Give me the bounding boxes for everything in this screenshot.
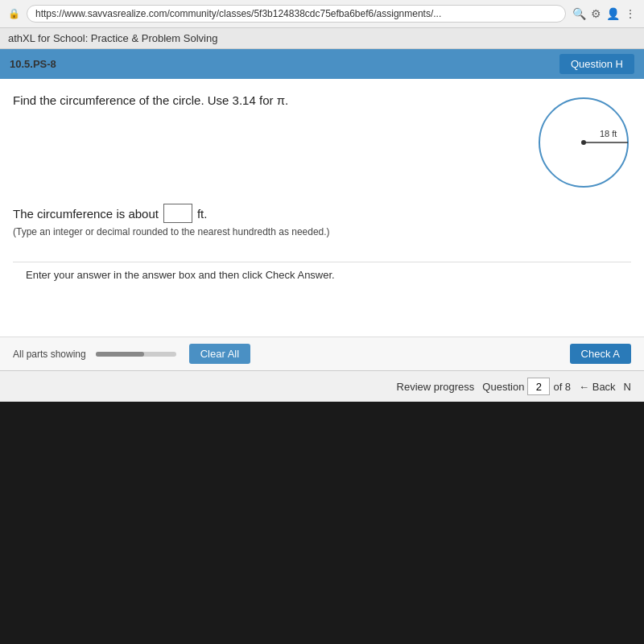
back-button[interactable]: ← Back <box>579 381 616 393</box>
app-title: athXL for School: Practice & Problem Sol… <box>8 32 217 44</box>
question-id: 10.5.PS-8 <box>10 58 56 70</box>
question-header-bar: 10.5.PS-8 Question H <box>0 49 644 79</box>
check-answer-button[interactable]: Check A <box>570 344 631 364</box>
clear-all-button[interactable]: Clear All <box>189 344 250 364</box>
main-content: 10.5.PS-8 Question H Find the circumfere… <box>0 49 644 402</box>
circumference-input[interactable] <box>163 204 192 223</box>
answer-prefix: The circumference is about <box>13 207 159 221</box>
answer-hint: (Type an integer or decimal rounded to t… <box>13 226 631 237</box>
bottom-instruction: Enter your answer in the answer box and … <box>13 269 631 281</box>
all-parts-label: All parts showing <box>13 349 86 360</box>
section-divider <box>13 262 631 262</box>
circle-diagram: 18 ft <box>531 90 636 195</box>
nav-bar: Review progress Question of 8 ← Back N <box>0 370 644 402</box>
review-progress-button[interactable]: Review progress <box>397 381 475 393</box>
answer-line: The circumference is about ft. <box>13 204 631 223</box>
next-label: N <box>624 381 631 393</box>
question-label: Question <box>482 381 524 393</box>
svg-point-2 <box>581 140 586 145</box>
radius-label: 18 ft <box>600 129 617 138</box>
answer-area: The circumference is about ft. (Type an … <box>13 204 631 246</box>
browser-toolbar-icons: 🔍 ⚙ 👤 ⋮ <box>572 7 636 20</box>
more-icon[interactable]: ⋮ <box>625 7 636 20</box>
question-number-input[interactable] <box>527 378 550 395</box>
profile-icon[interactable]: 👤 <box>606 7 620 20</box>
lock-icon: 🔒 <box>8 8 20 19</box>
address-bar[interactable]: https://www.savvasrealize.com/community/… <box>27 5 566 23</box>
controls-bar: All parts showing Clear All Check A <box>0 336 644 370</box>
browser-chrome: 🔒 https://www.savvasrealize.com/communit… <box>0 0 644 28</box>
progress-bar <box>96 352 176 357</box>
circle-svg: 18 ft <box>531 90 636 195</box>
search-icon[interactable]: 🔍 <box>572 7 586 20</box>
dark-background-area <box>0 402 644 579</box>
problem-area: Find the circumference of the circle. Us… <box>0 79 644 336</box>
progress-bar-fill <box>96 352 144 357</box>
settings-icon[interactable]: ⚙ <box>591 7 601 20</box>
answer-suffix: ft. <box>197 207 208 221</box>
question-help-button[interactable]: Question H <box>559 54 634 74</box>
app-header: athXL for School: Practice & Problem Sol… <box>0 28 644 49</box>
question-total: of 8 <box>553 381 571 393</box>
question-nav: Question of 8 <box>482 378 571 395</box>
